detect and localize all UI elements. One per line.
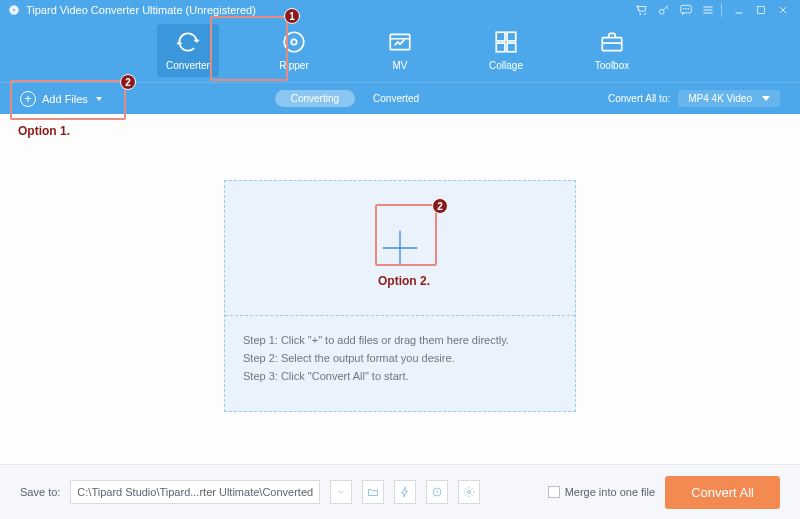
tab-converting[interactable]: Converting bbox=[275, 90, 355, 107]
add-files-plus-button[interactable] bbox=[377, 225, 423, 271]
drop-zone[interactable]: Step 1: Click "+" to add files or drag t… bbox=[224, 180, 576, 412]
key-icon[interactable] bbox=[655, 1, 673, 19]
converter-icon bbox=[175, 28, 201, 56]
nav-ripper[interactable]: Ripper bbox=[263, 24, 325, 77]
merge-checkbox[interactable]: Merge into one file bbox=[548, 486, 656, 498]
nav-toolbox[interactable]: Toolbox bbox=[581, 24, 643, 77]
nav-collage[interactable]: Collage bbox=[475, 24, 537, 77]
path-dropdown-button[interactable] bbox=[330, 480, 352, 504]
caret-down-icon bbox=[762, 96, 770, 101]
app-title: Tipard Video Converter Ultimate (Unregis… bbox=[26, 4, 256, 16]
open-folder-button[interactable] bbox=[362, 480, 384, 504]
instructions: Step 1: Click "+" to add files or drag t… bbox=[225, 316, 575, 400]
svg-rect-9 bbox=[390, 34, 410, 49]
app-logo-icon bbox=[8, 4, 20, 16]
svg-point-4 bbox=[686, 8, 687, 9]
close-button[interactable] bbox=[774, 1, 792, 19]
feedback-icon[interactable] bbox=[677, 1, 695, 19]
svg-rect-12 bbox=[496, 43, 505, 52]
cart-icon[interactable] bbox=[633, 1, 651, 19]
step-3: Step 3: Click "Convert All" to start. bbox=[243, 370, 557, 382]
main-nav: Converter Ripper MV Collage Toolbox bbox=[0, 20, 800, 82]
save-to-label: Save to: bbox=[20, 486, 60, 498]
title-bar: Tipard Video Converter Ultimate (Unregis… bbox=[0, 0, 800, 20]
maximize-button[interactable] bbox=[752, 1, 770, 19]
toolbox-icon bbox=[599, 28, 625, 56]
svg-point-5 bbox=[688, 8, 689, 9]
svg-point-8 bbox=[291, 39, 296, 44]
svg-rect-11 bbox=[507, 32, 516, 41]
svg-rect-13 bbox=[507, 43, 516, 52]
svg-point-3 bbox=[683, 8, 684, 9]
save-path-field[interactable]: C:\Tipard Studio\Tipard...rter Ultimate\… bbox=[70, 480, 320, 504]
svg-point-16 bbox=[468, 491, 471, 494]
step-2: Step 2: Select the output format you des… bbox=[243, 352, 557, 364]
convert-all-to-label: Convert All to: bbox=[608, 93, 670, 104]
sub-bar: + Add Files Converting Converted Convert… bbox=[0, 82, 800, 114]
svg-rect-10 bbox=[496, 32, 505, 41]
svg-rect-6 bbox=[758, 7, 765, 14]
add-files-button[interactable]: + Add Files bbox=[20, 91, 102, 107]
convert-all-button[interactable]: Convert All bbox=[665, 476, 780, 509]
settings-button[interactable] bbox=[458, 480, 480, 504]
menu-icon[interactable] bbox=[699, 1, 717, 19]
mv-icon bbox=[387, 28, 413, 56]
ripper-icon bbox=[281, 28, 307, 56]
hw-accel-button[interactable] bbox=[394, 480, 416, 504]
plus-circle-icon: + bbox=[20, 91, 36, 107]
svg-point-1 bbox=[659, 9, 664, 14]
high-speed-button[interactable] bbox=[426, 480, 448, 504]
collage-icon bbox=[493, 28, 519, 56]
svg-rect-14 bbox=[602, 38, 622, 51]
nav-converter[interactable]: Converter bbox=[157, 24, 219, 77]
svg-point-7 bbox=[284, 32, 304, 52]
workspace: Step 1: Click "+" to add files or drag t… bbox=[0, 114, 800, 464]
checkbox-icon bbox=[548, 486, 560, 498]
step-1: Step 1: Click "+" to add files or drag t… bbox=[243, 334, 557, 346]
nav-mv[interactable]: MV bbox=[369, 24, 431, 77]
caret-down-icon bbox=[96, 97, 102, 101]
tab-converted[interactable]: Converted bbox=[357, 90, 435, 107]
bottom-bar: Save to: C:\Tipard Studio\Tipard...rter … bbox=[0, 464, 800, 519]
output-format-dropdown[interactable]: MP4 4K Video bbox=[678, 90, 780, 107]
minimize-button[interactable] bbox=[730, 1, 748, 19]
